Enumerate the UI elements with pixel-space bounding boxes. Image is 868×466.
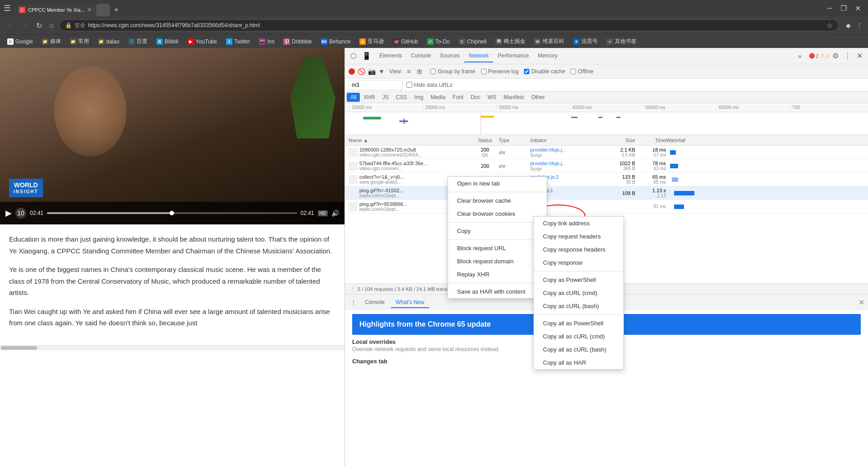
submenu-item[interactable]: Copy as cURL (bash) bbox=[534, 300, 623, 313]
context-menu-item[interactable]: Open in new tab bbox=[448, 177, 547, 190]
home-button[interactable]: ⌂ bbox=[47, 20, 56, 30]
initiator-link[interactable]: provider.hlsjs.j... bbox=[530, 147, 566, 152]
devtools-tab-elements[interactable]: Elements bbox=[375, 50, 406, 62]
type-filter-ws[interactable]: WS bbox=[484, 93, 500, 102]
device-toolbar-button[interactable]: 📱 bbox=[360, 50, 373, 62]
address-input-container[interactable]: 🔒 安全 https://news.cgtn.com/news/3145544f… bbox=[59, 19, 839, 31]
type-filter-other[interactable]: Other bbox=[528, 93, 548, 102]
submenu-item[interactable]: Copy all as HAR bbox=[534, 356, 623, 369]
profile-icon[interactable]: ◆ bbox=[846, 22, 851, 29]
devtools-tab-sources[interactable]: Sources bbox=[435, 50, 464, 62]
tree-view-button[interactable]: ⊞ bbox=[415, 66, 424, 77]
drawer-icon[interactable]: ⋮ bbox=[349, 297, 359, 308]
bookmark-item-Chiphell[interactable]: CChiphell bbox=[455, 38, 490, 46]
devtools-tab-console[interactable]: Console bbox=[406, 50, 435, 62]
header-waterfall[interactable]: Waterfall bbox=[666, 138, 868, 143]
context-menu-item[interactable]: Save as HAR with content bbox=[448, 285, 547, 298]
refresh-button[interactable]: ↻ bbox=[34, 20, 44, 31]
devtools-settings-button[interactable]: ⚙ bbox=[830, 50, 840, 62]
type-filter-img[interactable]: Img bbox=[410, 93, 427, 102]
back-button[interactable]: ← bbox=[5, 20, 16, 30]
submenu-item[interactable]: Copy as cURL (cmd) bbox=[534, 286, 623, 300]
context-menu-item[interactable]: Copy▶ bbox=[448, 224, 547, 238]
console-close-button[interactable]: ✕ bbox=[859, 298, 864, 307]
bookmark-item-维基百科[interactable]: W维基百科 bbox=[531, 37, 568, 46]
type-filter-doc[interactable]: Doc bbox=[467, 93, 484, 102]
context-menu-item[interactable]: Block request URL bbox=[448, 242, 547, 255]
bookmark-item-Behance[interactable]: BēBehance bbox=[317, 38, 354, 46]
active-tab[interactable]: C CPPCC Member Ye Xia... ✕ bbox=[14, 4, 96, 16]
bookmark-item-To-Do[interactable]: ✓To-Do bbox=[424, 38, 453, 46]
bookmark-item-GitHub[interactable]: 🐙GitHub bbox=[389, 38, 421, 46]
offline-label[interactable]: Offline bbox=[571, 68, 593, 75]
header-size[interactable]: Size bbox=[603, 138, 639, 143]
page-scrollbar[interactable] bbox=[0, 345, 344, 351]
table-row[interactable]: collect?v=1&_v=j6... www.google-analyt..… bbox=[345, 173, 868, 186]
hide-data-urls-checkbox[interactable] bbox=[406, 82, 412, 88]
progress-bar[interactable] bbox=[47, 212, 297, 214]
bookmark-item-百度[interactable]: 百百度 bbox=[125, 37, 151, 46]
record-button[interactable] bbox=[349, 68, 355, 75]
context-menu-item[interactable]: Clear browser cookies bbox=[448, 207, 547, 220]
camera-icon[interactable]: 📷 bbox=[368, 68, 376, 75]
bookmark-item-稀土掘金[interactable]: 稀稀土掘金 bbox=[492, 37, 529, 46]
type-filter-manifest[interactable]: Manifest bbox=[500, 93, 528, 102]
submenu-item[interactable]: Copy response headers bbox=[534, 243, 623, 256]
bookmark-item-Bilibili[interactable]: BBilibili bbox=[153, 38, 182, 46]
scroll-thumb[interactable] bbox=[1, 346, 37, 350]
clear-button[interactable]: 🚫 bbox=[358, 68, 365, 75]
bookmark-star-icon[interactable]: ☆ bbox=[826, 21, 833, 30]
app-menu-icon[interactable]: ☰ bbox=[4, 3, 11, 13]
submenu-item[interactable]: Copy request headers bbox=[534, 230, 623, 243]
play-button[interactable]: ▶ bbox=[5, 208, 12, 218]
devtools-tab-performance[interactable]: Performance bbox=[493, 50, 533, 62]
console-tab-console[interactable]: Console bbox=[360, 297, 389, 308]
table-row[interactable]: ping.gif?h=9538866... jwpltx.com/v1/jwpl… bbox=[345, 200, 868, 214]
table-row[interactable]: 57bad744-fffa-45cc-a33f-36e... video.cgt… bbox=[345, 159, 868, 173]
bookmark-item-迅雷号[interactable]: X迅雷号 bbox=[570, 37, 601, 46]
header-status[interactable]: Status bbox=[472, 138, 499, 143]
submenu-item[interactable]: Copy as PowerShell bbox=[534, 273, 623, 286]
initiator-link[interactable]: provider.hlsjs.j... bbox=[530, 161, 566, 166]
submenu-item[interactable]: Copy all as PowerShell bbox=[534, 317, 623, 330]
devtools-more-button[interactable]: ⋮ bbox=[842, 50, 853, 62]
offline-checkbox[interactable] bbox=[571, 69, 576, 74]
submenu-item[interactable]: Copy all as cURL (bash) bbox=[534, 343, 623, 356]
status-dot-icon[interactable]: ⋮ bbox=[349, 285, 356, 293]
console-tab-whats-new[interactable]: What's New bbox=[391, 297, 429, 308]
devtools-tab-network[interactable]: Network bbox=[464, 50, 493, 62]
bookmark-item-Dribbble[interactable]: ⚽Dribbble bbox=[280, 38, 316, 46]
inspect-element-button[interactable]: ⬡ bbox=[349, 50, 359, 62]
hide-data-urls-label[interactable]: Hide data URLs bbox=[406, 82, 453, 88]
disable-cache-checkbox[interactable] bbox=[524, 69, 529, 74]
submenu-item[interactable]: Copy all as cURL (cmd) bbox=[534, 330, 623, 343]
submenu-item[interactable]: Copy link address bbox=[534, 217, 623, 230]
group-by-frame-label[interactable]: Group by frame bbox=[430, 68, 475, 75]
tab-close-button[interactable]: ✕ bbox=[87, 7, 92, 13]
forward-button[interactable]: → bbox=[20, 20, 31, 30]
settings-dots-icon[interactable]: ⋮ bbox=[856, 22, 863, 29]
type-filter-css[interactable]: CSS bbox=[392, 93, 411, 102]
type-filter-xhr[interactable]: XHR bbox=[360, 93, 378, 102]
preserve-log-checkbox[interactable] bbox=[481, 69, 486, 74]
context-menu-item[interactable]: Replay XHR bbox=[448, 268, 547, 281]
type-filter-all[interactable]: All bbox=[347, 93, 360, 102]
header-type[interactable]: Type bbox=[499, 138, 530, 143]
bookmark-item-其他书签[interactable]: »其他书签 bbox=[603, 37, 640, 46]
bookmark-item-常用[interactable]: 📁常用 bbox=[66, 37, 93, 46]
filter-input[interactable] bbox=[349, 80, 403, 90]
bookmark-item-YouTube[interactable]: ▶YouTube bbox=[184, 38, 221, 46]
header-initiator[interactable]: Initiator bbox=[530, 138, 603, 143]
devtools-undock-button[interactable]: ✕ bbox=[855, 50, 864, 62]
header-time[interactable]: Time bbox=[639, 138, 666, 143]
volume-icon[interactable]: 🔊 bbox=[331, 209, 339, 217]
bookmark-item-Ins[interactable]: 📷Ins bbox=[255, 38, 278, 46]
bookmark-item-Google[interactable]: GGoogle bbox=[4, 38, 37, 46]
bookmark-item-dalao[interactable]: 📁dalao bbox=[94, 38, 123, 46]
type-filter-js[interactable]: JS bbox=[379, 93, 392, 102]
bookmark-item-Twitter[interactable]: tTwitter bbox=[222, 38, 254, 46]
preserve-log-label[interactable]: Preserve log bbox=[481, 68, 519, 75]
devtools-tab-memory[interactable]: Memory bbox=[533, 50, 562, 62]
submenu-item[interactable]: Copy response bbox=[534, 256, 623, 269]
filter-icon[interactable]: ▼ bbox=[378, 68, 385, 75]
